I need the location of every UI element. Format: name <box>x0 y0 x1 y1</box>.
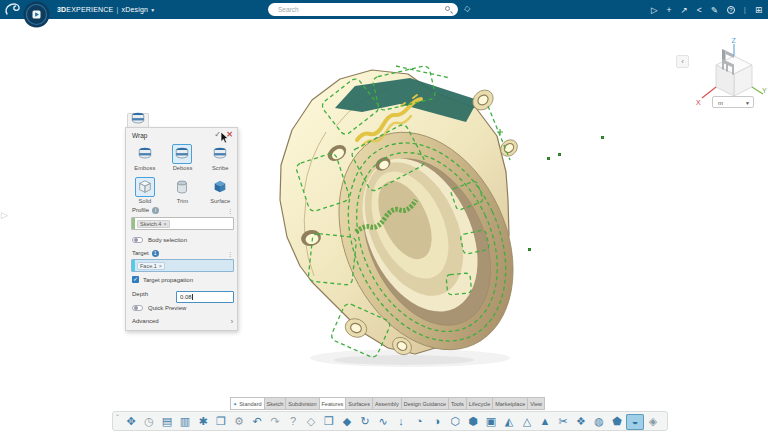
profile-options-icon[interactable]: ⋮ <box>227 207 233 214</box>
app-menu-caret-icon[interactable]: ▼ <box>150 7 155 13</box>
deboss-icon[interactable] <box>172 144 192 164</box>
thicken-icon[interactable]: ◍ <box>590 412 608 432</box>
units-dropdown[interactable]: m ▼ <box>712 96 754 108</box>
surface-icon[interactable] <box>210 177 230 197</box>
shell-icon[interactable]: ◔ <box>410 412 428 432</box>
mirror-icon[interactable]: ◭ <box>500 412 518 432</box>
chip-remove-icon[interactable]: × <box>163 221 166 227</box>
app-name: xDesign <box>122 6 149 13</box>
sketch-point-1[interactable] <box>558 153 561 156</box>
brand-experience: EXPERIENCE <box>66 6 113 13</box>
tab-view[interactable]: View <box>527 397 545 410</box>
pad-icon[interactable]: ◆ <box>338 412 356 432</box>
tab-surfaces[interactable]: Surfaces <box>345 397 372 410</box>
wrap-option-trim[interactable]: Trim <box>165 177 199 204</box>
collaborate-icon[interactable]: < <box>697 5 702 15</box>
split-icon[interactable]: ✂ <box>554 412 572 432</box>
trim-icon[interactable] <box>172 177 192 197</box>
tab-lifecycle[interactable]: Lifecycle <box>466 397 492 410</box>
export-image-icon[interactable]: ▥ <box>176 412 194 432</box>
target-propagation-label: Target propagation <box>143 277 193 283</box>
toolbar-expander-icon[interactable]: ⌄ <box>115 410 120 417</box>
tab-features[interactable]: Features <box>319 397 346 410</box>
profile-chip[interactable]: Sketch.4× <box>137 220 170 228</box>
apps-grid-icon[interactable]: ⊞ <box>755 5 762 15</box>
tab-tools[interactable]: Tools <box>448 397 466 410</box>
quick-preview-label: Quick Preview <box>148 305 186 311</box>
help-circle-icon[interactable]: ? <box>284 412 302 432</box>
stiffener-icon[interactable]: ⬟ <box>608 412 626 432</box>
tab-marketplace[interactable]: Marketplace <box>492 397 527 410</box>
search-icon[interactable] <box>445 6 450 11</box>
revolve-icon[interactable]: ↻ <box>356 412 374 432</box>
chip-remove-icon[interactable]: × <box>159 263 162 269</box>
tab-subdivision[interactable]: Subdivision <box>285 397 318 410</box>
hole-icon[interactable]: ▣ <box>482 412 500 432</box>
sketch-point-3[interactable] <box>528 248 531 251</box>
profile-field[interactable]: Sketch.4× <box>131 217 234 230</box>
units-caret-icon: ▼ <box>745 100 750 106</box>
preferences-gear-icon[interactable]: ⚙ <box>230 412 248 432</box>
target-chip[interactable]: Face.1× <box>137 262 165 270</box>
scribe-icon[interactable] <box>210 144 230 164</box>
fillet-icon[interactable]: ◑ <box>428 412 446 432</box>
profile-info-icon[interactable]: i <box>152 207 159 214</box>
advanced-chevron-icon: › <box>231 318 233 325</box>
boolean-icon[interactable]: ❖ <box>572 412 590 432</box>
rib-icon[interactable]: ⬢ <box>464 412 482 432</box>
tab-sketch[interactable]: Sketch <box>264 397 286 410</box>
share-icon[interactable]: ↗ <box>681 5 688 15</box>
settings-star-icon[interactable]: ✱ <box>194 412 212 432</box>
history-icon[interactable]: ◷ <box>140 412 158 432</box>
wrap-option-solid[interactable]: Solid <box>128 177 162 204</box>
notebook-icon[interactable]: ❒ <box>320 412 338 432</box>
share-model-icon[interactable]: ✥ <box>122 412 140 432</box>
brand-title[interactable]: 3DEXPERIENCE|xDesign▼ <box>57 0 155 19</box>
quick-preview-toggle[interactable] <box>132 305 143 311</box>
wrap-icon[interactable]: ◒ <box>626 414 644 430</box>
left-panel-expander[interactable]: ▷ <box>1 210 8 220</box>
save-icon[interactable]: ▤ <box>158 412 176 432</box>
box-select-icon[interactable]: ◇ <box>302 412 320 432</box>
3dexperience-compass-icon[interactable] <box>23 1 50 28</box>
wrap-option-surface[interactable]: Surface <box>203 177 237 204</box>
wrap-option-scribe[interactable]: Scribe <box>203 144 237 171</box>
target-field[interactable]: Face.1× <box>131 259 234 272</box>
emboss-icon[interactable] <box>135 144 155 164</box>
add-icon[interactable]: + <box>667 5 672 15</box>
tab-assembly[interactable]: Assembly <box>372 397 401 410</box>
sweep-icon[interactable]: ∿ <box>374 412 392 432</box>
material-icon[interactable]: ◈ <box>644 412 662 432</box>
redo-icon[interactable]: ↷ <box>266 412 284 432</box>
chamfer-icon[interactable]: ⬡ <box>446 412 464 432</box>
tag-icon[interactable]: ◇ <box>463 4 471 14</box>
wrap-option-deboss[interactable]: Deboss <box>165 144 199 171</box>
body-selection-toggle[interactable] <box>132 237 143 243</box>
sketch-point-2[interactable] <box>547 157 550 160</box>
solid-icon[interactable] <box>135 177 155 197</box>
body-selection-label: Body selection <box>148 237 187 243</box>
dialog-title: Wrap <box>132 132 147 139</box>
tab-standard[interactable]: ✦Standard <box>230 397 264 410</box>
wrap-panel-tab[interactable] <box>127 113 149 128</box>
depth-input[interactable]: 0.08 <box>176 291 234 303</box>
layers-icon[interactable]: ❐ <box>212 412 230 432</box>
mouse-cursor <box>220 132 230 144</box>
model-3d-ring[interactable] <box>250 40 590 380</box>
tab-design-guidance[interactable]: Design Guidance <box>401 397 448 410</box>
play-icon[interactable]: ▷ <box>651 5 658 15</box>
sketch-point-cross <box>497 129 503 135</box>
target-options-icon[interactable]: ⋮ <box>227 250 233 257</box>
undo-icon[interactable]: ↶ <box>248 412 266 432</box>
draft-icon[interactable]: ↓ <box>392 412 410 432</box>
wrap-option-emboss[interactable]: Emboss <box>128 144 162 171</box>
help-icon[interactable]: ? <box>727 6 735 14</box>
sketch-point-0[interactable] <box>601 136 604 139</box>
annotate-icon[interactable]: ✎ <box>711 5 718 15</box>
collapse-viewcube-button[interactable]: ‹ <box>676 55 689 68</box>
scale-icon[interactable]: ▲ <box>536 412 554 432</box>
ribbon-tab-bar: ✦StandardSketchSubdivisionFeaturesSurfac… <box>230 397 545 410</box>
target-propagation-checkbox[interactable]: ✓ <box>132 276 139 283</box>
pattern-icon[interactable]: △ <box>518 412 536 432</box>
search-input[interactable]: Search <box>268 3 458 16</box>
